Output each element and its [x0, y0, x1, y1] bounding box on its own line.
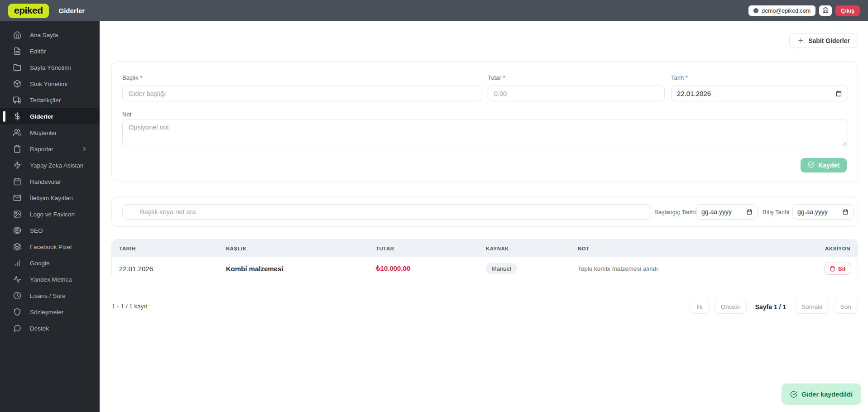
sidebar-list: Ana SayfaEditörSayfa YönetimiStok Yöneti… — [0, 27, 100, 336]
sidebar-item-activity[interactable]: Yandex Metrica — [0, 271, 100, 287]
delete-label: Sil — [838, 265, 845, 272]
note-field-wrap — [122, 120, 848, 147]
start-date-placeholder: gg.aa.yyyy — [701, 208, 732, 216]
trash-icon — [830, 266, 835, 272]
chevron-right-icon — [81, 146, 88, 153]
pagination: Ilk Onceki Sayfa 1 / 1 Sonraki Son — [690, 300, 858, 314]
sidebar-item-label: Ana Sayfa — [30, 32, 58, 38]
sidebar-item-label: Editör — [30, 48, 46, 55]
prev-page-button[interactable]: Onceki — [714, 300, 747, 314]
calendar-icon — [835, 90, 842, 97]
home-button[interactable] — [819, 5, 832, 16]
users-icon — [13, 129, 21, 137]
main-content: Sabit Giderler Başlık * Tutar * Tarih * … — [100, 21, 868, 412]
first-page-button[interactable]: Ilk — [690, 300, 710, 314]
title-input[interactable] — [122, 86, 482, 101]
end-date-placeholder: gg.aa.yyyy — [797, 208, 828, 216]
sidebar-item-users[interactable]: Müşteriler — [0, 125, 100, 141]
sidebar-item-message-circle[interactable]: Destek — [0, 320, 100, 336]
sidebar-item-shield[interactable]: Sözleşmeler — [0, 304, 100, 320]
delete-button[interactable]: Sil — [825, 263, 850, 275]
add-fixed-expenses-button[interactable]: Sabit Giderler — [789, 33, 858, 48]
calendar-icon — [746, 209, 753, 215]
expense-form-card: Başlık * Tutar * Tarih * 22.01.2026 Not … — [111, 61, 858, 182]
sidebar-item-folder[interactable]: Sayfa Yönetimi — [0, 59, 100, 76]
user-email: demo@epiked.com — [762, 8, 810, 14]
end-date-label: Bitiş Tarihi — [762, 209, 789, 216]
column-header: KAYNAK — [486, 246, 578, 251]
column-header: BAŞLIK — [226, 246, 376, 251]
sidebar-item-zap[interactable]: Yapay Zeka Asistan — [0, 157, 100, 173]
clipboard-icon — [13, 145, 21, 153]
user-email-pill[interactable]: demo@epiked.com — [748, 5, 815, 16]
sidebar-item-label: Sayfa Yönetimi — [30, 64, 71, 71]
sidebar-item-file-text[interactable]: Editör — [0, 43, 100, 59]
table-header-row: TARİHBAŞLIKTUTARKAYNAKNOTAKSİYON — [112, 240, 858, 257]
sidebar-item-label: Müşteriler — [30, 129, 57, 136]
sidebar-item-label: Giderler — [30, 113, 53, 120]
sidebar-item-home[interactable]: Ana Sayfa — [0, 27, 100, 43]
save-button[interactable]: Kaydet — [801, 158, 847, 172]
bar-chart-icon — [13, 259, 21, 267]
sidebar-item-label: Tedarikçiler — [30, 97, 61, 104]
search-input[interactable] — [122, 204, 651, 220]
add-fixed-expenses-label: Sabit Giderler — [808, 37, 850, 44]
check-circle-icon — [790, 391, 797, 398]
sidebar-item-label: Lisans / Süre — [30, 292, 66, 299]
sidebar-item-label: Facebook Pixel — [30, 244, 72, 250]
home-icon — [822, 7, 829, 14]
column-header: NOT — [578, 246, 801, 251]
end-date-input[interactable]: gg.aa.yyyy — [792, 204, 854, 220]
title-label: Başlık * — [122, 74, 142, 81]
success-toast: Gider kaydedildi — [782, 383, 861, 405]
sidebar-item-package[interactable]: Stok Yönetimi — [0, 76, 100, 92]
last-page-button[interactable]: Son — [834, 300, 858, 314]
save-label: Kaydet — [818, 162, 839, 169]
cell-date: 22.01.2026 — [119, 265, 226, 273]
folder-icon — [13, 63, 21, 72]
note-label: Not — [122, 111, 131, 118]
amount-input[interactable] — [488, 86, 665, 101]
sidebar-item-label: İletişim Kayıtları — [30, 195, 73, 201]
table-body: 22.01.2026Kombi malzemesi₺10.000,00Manue… — [112, 257, 858, 280]
start-date-input[interactable]: gg.aa.yyyy — [696, 204, 758, 220]
sidebar-item-label: Raporlar — [30, 146, 53, 153]
sidebar-item-clock[interactable]: Lisans / Süre — [0, 287, 100, 304]
file-text-icon — [13, 47, 21, 55]
start-date-label: Başlangıç Tarihi — [654, 209, 696, 216]
cell-amount: ₺10.000,00 — [376, 264, 486, 273]
message-circle-icon — [13, 324, 21, 332]
sidebar-item-label: Yapay Zeka Asistan — [30, 162, 83, 169]
column-header: AKSİYON — [801, 246, 850, 251]
expenses-table: TARİHBAŞLIKTUTARKAYNAKNOTAKSİYON 22.01.2… — [111, 239, 858, 280]
logout-button[interactable]: Çıkış — [835, 5, 860, 16]
sidebar-item-calendar[interactable]: Randevular — [0, 173, 100, 190]
sidebar-item-label: Sözleşmeler — [30, 309, 63, 316]
sidebar-item-dollar[interactable]: Giderler — [0, 108, 100, 125]
sidebar-item-truck[interactable]: Tedarikçiler — [0, 92, 100, 108]
sidebar-item-image[interactable]: Logo ve Favicon — [0, 206, 100, 222]
cell-title: Kombi malzemesi — [226, 265, 376, 273]
sidebar-item-mail[interactable]: İletişim Kayıtları — [0, 190, 100, 206]
date-input[interactable]: 22.01.2026 — [671, 86, 848, 101]
sidebar-item-target[interactable]: SEO — [0, 222, 100, 239]
cell-source: Manuel — [486, 263, 578, 274]
record-count-summary: 1 - 1 / 1 kayıt — [112, 303, 147, 310]
cell-action: Sil — [801, 263, 850, 275]
shield-icon — [13, 308, 21, 316]
note-textarea[interactable] — [122, 120, 848, 147]
sidebar-item-bar-chart[interactable]: Google — [0, 255, 100, 271]
source-badge: Manuel — [486, 263, 517, 274]
truck-icon — [13, 96, 21, 104]
sidebar-item-label: Logo ve Favicon — [30, 211, 75, 218]
calendar-icon — [842, 209, 849, 215]
next-page-button[interactable]: Sonraki — [795, 300, 829, 314]
topbar-right: demo@epiked.com Çıkış — [748, 5, 860, 16]
sidebar-item-clipboard[interactable]: Raporlar — [0, 141, 100, 157]
sidebar-item-label: Stok Yönetimi — [30, 81, 67, 87]
brand-logo[interactable]: epiked — [8, 4, 49, 18]
sidebar-item-layers[interactable]: Facebook Pixel — [0, 239, 100, 255]
amount-label: Tutar * — [488, 74, 505, 81]
filter-card: Başlangıç Tarihi gg.aa.yyyy Bitiş Tarihi… — [111, 196, 858, 227]
target-icon — [13, 226, 21, 235]
